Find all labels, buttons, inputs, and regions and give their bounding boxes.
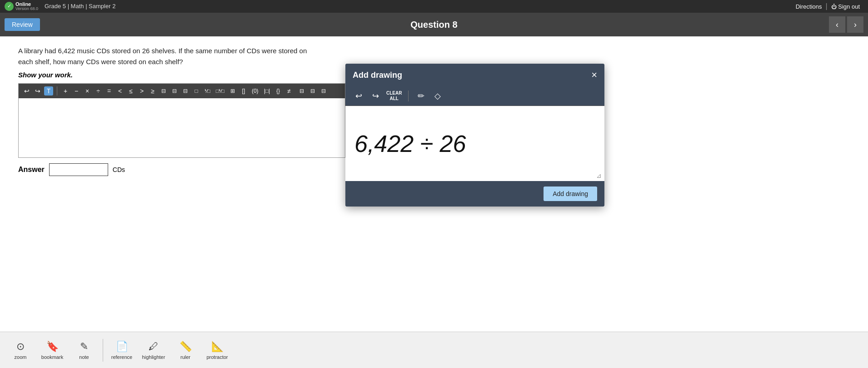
prev-button[interactable]: ‹ — [829, 16, 845, 33]
clear-top: CLEAR — [386, 91, 402, 96]
note-tool[interactable]: ✎ note — [68, 341, 100, 360]
zoom-tool[interactable]: ⊙ zoom — [5, 341, 36, 360]
equals-btn[interactable]: = — [105, 86, 114, 96]
modal-header: Add drawing × — [345, 64, 604, 86]
frac3-btn[interactable]: ⊟ — [181, 87, 190, 95]
box-btn[interactable]: □ — [192, 87, 201, 95]
frac4-btn[interactable]: ⅟□ — [203, 87, 212, 95]
bookmark-tool[interactable]: 🔖 bookmark — [36, 341, 68, 360]
modal-toolbar: ↩ ↪ CLEAR ALL ✏ ◇ — [345, 86, 604, 106]
modal-divider — [408, 91, 409, 101]
highlighter-tool[interactable]: 🖊 highlighter — [138, 341, 170, 360]
geq-btn[interactable]: ≥ — [148, 86, 157, 96]
protractor-label: protractor — [206, 354, 228, 360]
add-drawing-button[interactable]: Add drawing — [544, 187, 597, 201]
header-bar: Review Question 8 ‹ › — [0, 13, 868, 36]
divide-btn[interactable]: ÷ — [94, 86, 103, 96]
row2-btn1[interactable]: ⊟ — [297, 87, 306, 95]
modal-clear-btn[interactable]: CLEAR ALL — [386, 91, 402, 101]
review-button[interactable]: Review — [5, 18, 40, 31]
plus-btn[interactable]: + — [61, 86, 70, 96]
less-btn[interactable]: < — [115, 86, 125, 96]
protractor-tool[interactable]: 📐 protractor — [201, 341, 233, 360]
frac1-btn[interactable]: ⊟ — [159, 87, 168, 95]
answer-label: Answer — [18, 166, 45, 174]
greater-btn[interactable]: > — [137, 86, 146, 96]
times-btn[interactable]: × — [83, 86, 92, 96]
bottom-bar: ⊙ zoom 🔖 bookmark ✎ note 📄 reference 🖊 h… — [0, 332, 868, 368]
leq-btn[interactable]: ≤ — [126, 86, 135, 96]
ruler-icon: 📏 — [180, 341, 192, 353]
note-icon: ✎ — [80, 341, 88, 353]
signout-link[interactable]: ⏻ Sign out — [828, 3, 863, 10]
highlighter-label: highlighter — [142, 354, 165, 360]
modal-footer: Add drawing — [345, 181, 604, 207]
protractor-icon: 📐 — [211, 341, 224, 353]
modal-eraser-btn[interactable]: ◇ — [432, 90, 444, 102]
zoom-label: zoom — [15, 354, 27, 360]
modal-canvas[interactable]: 6,422 ÷ 26 ⊿ — [345, 106, 604, 181]
question-line1: A library had 6,422 music CDs stored on … — [18, 45, 850, 56]
undo-btn[interactable]: ↩ — [22, 86, 31, 96]
neq-btn[interactable]: ≠ — [284, 86, 294, 96]
nav-buttons: ‹ › — [829, 16, 863, 33]
clear-bottom: ALL — [390, 96, 399, 101]
text-mode-btn[interactable]: T — [44, 86, 53, 96]
frac2-btn[interactable]: ⊟ — [170, 87, 179, 95]
highlighter-icon: 🖊 — [149, 341, 159, 353]
reference-label: reference — [111, 354, 132, 360]
zoom-icon: ⊙ — [16, 341, 25, 353]
note-label: note — [79, 354, 89, 360]
drawing-content: 6,422 ÷ 26 — [354, 130, 466, 157]
online-text: Online Version 68.0 — [15, 1, 38, 11]
minus-btn[interactable]: − — [72, 86, 81, 96]
cds-label: CDs — [113, 166, 125, 173]
bottom-divider — [103, 339, 103, 362]
bookmark-label: bookmark — [41, 354, 63, 360]
signout-icon: ⏻ — [831, 4, 837, 10]
math-input-area[interactable] — [19, 98, 345, 157]
paren-btn[interactable]: (0) — [250, 87, 260, 95]
reference-icon: 📄 — [116, 341, 128, 353]
modal-redo-btn[interactable]: ↪ — [369, 90, 382, 102]
top-bar-right: Directions | ⏻ Sign out — [792, 2, 863, 10]
bookmark-icon: 🔖 — [46, 341, 59, 353]
modal-close-button[interactable]: × — [591, 70, 597, 80]
redo-btn[interactable]: ↪ — [33, 86, 42, 96]
answer-input[interactable] — [49, 163, 108, 176]
resize-handle[interactable]: ⊿ — [596, 172, 602, 179]
online-badge: ✓ Online Version 68.0 — [5, 1, 38, 11]
question-title: Question 8 — [410, 20, 457, 30]
mixed-btn[interactable]: □⅟□ — [214, 87, 226, 95]
directions-link[interactable]: Directions — [792, 3, 826, 10]
row2-btn2[interactable]: ⊟ — [308, 87, 317, 95]
sqrt-btn[interactable]: [] — [239, 87, 248, 95]
abs-btn[interactable]: |□| — [262, 87, 272, 95]
ruler-tool[interactable]: 📏 ruler — [170, 341, 201, 360]
grade-info: Grade 5 | Math | Sampler 2 — [45, 3, 115, 10]
online-indicator: ✓ — [5, 2, 14, 11]
version-label: Version 68.0 — [15, 7, 38, 11]
modal-title: Add drawing — [353, 71, 402, 80]
ruler-label: ruler — [180, 354, 190, 360]
set-btn[interactable]: {} — [274, 87, 283, 95]
math-editor: ↩ ↪ T + − × ÷ = < ≤ > ≥ ⊟ ⊟ ⊟ □ ⅟□ □⅟□ ⊞… — [18, 83, 345, 158]
row2-btn3[interactable]: ⊟ — [319, 87, 328, 95]
add-drawing-modal: Add drawing × ↩ ↪ CLEAR ALL ✏ ◇ 6,422 ÷ … — [345, 64, 604, 207]
next-button[interactable]: › — [847, 16, 863, 33]
top-bar: ✓ Online Version 68.0 Grade 5 | Math | S… — [0, 0, 868, 13]
modal-pencil-btn[interactable]: ✏ — [415, 90, 427, 102]
modal-undo-btn[interactable]: ↩ — [353, 90, 365, 102]
math-toolbar: ↩ ↪ T + − × ÷ = < ≤ > ≥ ⊟ ⊟ ⊟ □ ⅟□ □⅟□ ⊞… — [19, 84, 345, 98]
toolbar-divider1 — [57, 86, 57, 96]
matrix-btn[interactable]: ⊞ — [228, 87, 237, 95]
top-bar-left: ✓ Online Version 68.0 Grade 5 | Math | S… — [5, 1, 115, 11]
reference-tool[interactable]: 📄 reference — [106, 341, 138, 360]
